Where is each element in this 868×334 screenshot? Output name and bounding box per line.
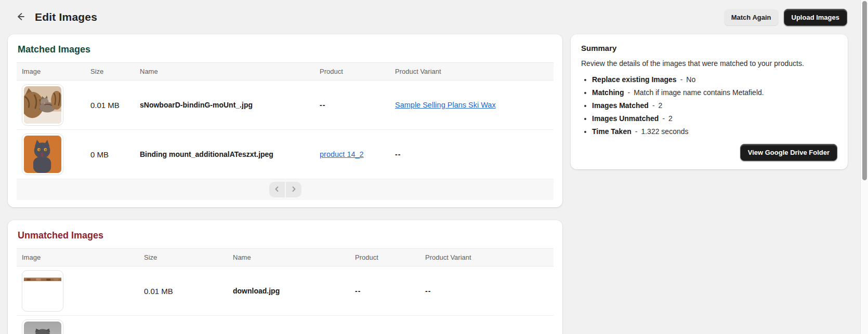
tabby-cat-and-kitten-photo-icon bbox=[24, 86, 61, 124]
gray-scottish-fold-cat-photo-icon bbox=[24, 322, 61, 334]
summary-item-images-unmatched: Images Unmatched-2 bbox=[592, 114, 837, 123]
summary-value: No bbox=[686, 75, 695, 84]
image-name: images.jpeg bbox=[228, 316, 350, 334]
table-header-row: Image Size Name Product Product Variant bbox=[17, 249, 554, 266]
image-name: Binding mount_additionalATeszxt.jpeg bbox=[135, 130, 314, 179]
next-page-button[interactable] bbox=[286, 182, 301, 197]
product-link[interactable]: product 14_2 bbox=[320, 150, 364, 158]
product-variant-value: -- bbox=[395, 150, 401, 158]
summary-actions: View Google Drive Folder bbox=[581, 144, 837, 161]
summary-description: Review the details of the images that we… bbox=[581, 59, 837, 68]
column-header-product: Product bbox=[350, 249, 420, 266]
pagination-bar bbox=[17, 179, 554, 200]
column-header-size: Size bbox=[139, 249, 228, 266]
summary-value: 1.322 seconds bbox=[641, 127, 688, 136]
column-header-product-variant: Product Variant bbox=[420, 249, 554, 266]
product-variant-value: -- bbox=[425, 287, 431, 295]
image-size: 0 MB bbox=[85, 130, 135, 179]
unmatched-images-heading: Unmatched Images bbox=[18, 230, 554, 241]
table-row: 0 MB Binding mount_additionalATeszxt.jpe… bbox=[17, 130, 554, 179]
image-thumbnail[interactable] bbox=[22, 84, 63, 126]
white-image-with-brown-strip-photo-icon bbox=[24, 272, 61, 310]
summary-list: Replace existing Images-No Matching-Matc… bbox=[581, 75, 837, 136]
image-name: download.jpg bbox=[228, 266, 350, 316]
match-again-button[interactable]: Match Again bbox=[724, 9, 779, 25]
previous-page-button[interactable] bbox=[269, 182, 285, 197]
summary-item-time-taken: Time Taken-1.322 seconds bbox=[592, 127, 837, 136]
image-thumbnail[interactable] bbox=[22, 133, 63, 175]
chevron-left-icon bbox=[274, 186, 280, 194]
tables-column: Matched Images Image Size Name Product P… bbox=[8, 34, 562, 334]
arrow-left-icon bbox=[15, 11, 25, 23]
column-header-image: Image bbox=[17, 63, 85, 81]
column-header-product-variant: Product Variant bbox=[390, 63, 554, 81]
product-variant-link[interactable]: Sample Selling Plans Ski Wax bbox=[395, 101, 496, 109]
table-header-row: Image Size Name Product Product Variant bbox=[17, 63, 554, 81]
summary-heading: Summary bbox=[581, 44, 837, 52]
column-header-product: Product bbox=[314, 63, 390, 81]
column-header-image: Image bbox=[17, 249, 139, 266]
table-row: 0.01 MB download.jpg -- -- bbox=[17, 266, 554, 316]
table-row: 0.01 MB sNowboarD-bindinG-moUnt_.jpg -- … bbox=[17, 81, 554, 130]
chevron-right-icon bbox=[291, 186, 297, 194]
column-header-name: Name bbox=[228, 249, 350, 266]
image-thumbnail[interactable] bbox=[22, 270, 63, 312]
image-name: sNowboarD-bindinG-moUnt_.jpg bbox=[135, 81, 314, 130]
main-content: Matched Images Image Size Name Product P… bbox=[0, 33, 868, 334]
top-bar: Edit Images Match Again Upload Images bbox=[0, 0, 868, 33]
back-button[interactable] bbox=[15, 11, 26, 23]
view-google-drive-folder-button[interactable]: View Google Drive Folder bbox=[740, 144, 837, 161]
summary-value: 2 bbox=[668, 114, 673, 123]
column-header-size: Size bbox=[85, 63, 135, 81]
summary-value: 2 bbox=[659, 101, 663, 110]
pagination-controls bbox=[269, 182, 301, 197]
gray-cat-on-orange-background-photo-icon bbox=[24, 136, 61, 173]
image-size: 0.01 MB bbox=[139, 266, 228, 316]
vertical-scrollbar-thumb[interactable] bbox=[862, 1, 867, 180]
upload-images-button[interactable]: Upload Images bbox=[784, 9, 847, 26]
column-header-name: Name bbox=[135, 63, 314, 81]
page-title: Edit Images bbox=[35, 11, 97, 23]
image-size: 0.01 MB bbox=[85, 81, 135, 130]
unmatched-images-table: Image Size Name Product Product Variant bbox=[17, 248, 554, 334]
image-size: 0.01 MB bbox=[139, 316, 228, 334]
summary-item-replace-existing: Replace existing Images-No bbox=[592, 75, 837, 84]
summary-item-matching: Matching-Match if image name contains Me… bbox=[592, 88, 837, 97]
summary-item-images-matched: Images Matched-2 bbox=[592, 101, 837, 110]
summary-card: Summary Review the details of the images… bbox=[571, 34, 848, 169]
summary-value: Match if image name contains Metafield. bbox=[634, 88, 764, 97]
table-row: 0.01 MB images.jpeg -- -- bbox=[17, 316, 554, 334]
image-thumbnail[interactable] bbox=[22, 319, 63, 334]
vertical-scrollbar-track[interactable] bbox=[860, 0, 868, 334]
product-value: -- bbox=[320, 101, 325, 109]
matched-images-heading: Matched Images bbox=[18, 44, 554, 55]
matched-images-card: Matched Images Image Size Name Product P… bbox=[8, 34, 562, 207]
unmatched-images-card: Unmatched Images Image Size Name Product… bbox=[8, 220, 562, 334]
matched-images-table: Image Size Name Product Product Variant bbox=[17, 62, 554, 179]
product-value: -- bbox=[355, 287, 361, 295]
